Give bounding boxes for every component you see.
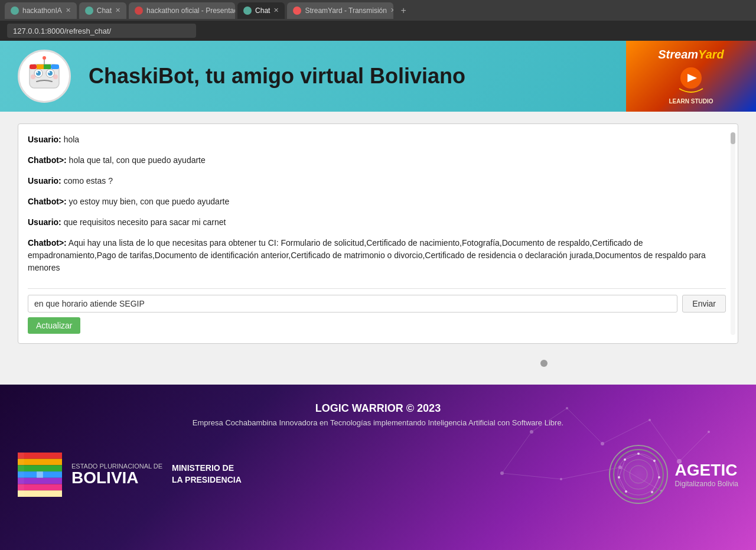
svg-point-8 (43, 56, 46, 60)
sender-label-2: Chatbot>: (28, 155, 67, 165)
svg-rect-39 (18, 458, 62, 465)
refresh-button[interactable]: Actualizar (28, 317, 80, 334)
header-title: ChaskiBot, tu amigo virtual Boliviano (89, 64, 465, 89)
chat-scrollbar[interactable] (731, 132, 735, 335)
svg-rect-12 (30, 64, 37, 69)
svg-rect-38 (18, 453, 62, 459)
svg-rect-45 (18, 453, 24, 497)
browser-chrome: hackathonIA ✕ Chat ✕ hackathon oficial -… (0, 0, 756, 21)
chat-messages-area: Usuario: hola Chatbot>: hola que tal, co… (28, 134, 726, 282)
tab-hackathon-ia[interactable]: hackathonIA ✕ (5, 2, 77, 19)
sender-label-5: Usuario: (28, 217, 61, 227)
svg-point-49 (624, 460, 653, 489)
bolivia-text-group: ESTADO PLURINACIONAL DE BOLIVIA (71, 463, 162, 486)
tab-close-5[interactable]: ✕ (390, 6, 394, 14)
tab-hackathon-oficial[interactable]: hackathon oficial - Presentacion... ✕ (129, 2, 235, 19)
scrollbar-thumb[interactable] (731, 132, 735, 144)
agetic-tagline-label: Digitalizando Bolivia (675, 480, 738, 488)
footer-section: LOGIC WARRIOR © 2023 Empresa Cochabambin… (0, 390, 756, 550)
agetic-circle-svg (612, 448, 665, 501)
learn-studio-label: LEARN STUDIO (669, 98, 713, 105)
svg-rect-43 (18, 484, 62, 490)
chat-divider (28, 288, 726, 289)
bolivia-name-label: BOLIVIA (71, 470, 162, 486)
tab-icon-4 (243, 6, 252, 15)
chat-message-6: Chatbot>: Aqui hay una lista de lo que n… (28, 237, 726, 274)
ministerio-text: MINISTERIO DE LA PRESIDENCIA (172, 463, 242, 486)
svg-point-47 (614, 450, 663, 499)
chat-input-row: Enviar (28, 295, 726, 313)
send-button[interactable]: Enviar (682, 295, 726, 313)
agetic-circle-icon (609, 445, 668, 504)
sender-label-1: Usuario: (28, 135, 61, 144)
svg-point-6 (48, 71, 50, 73)
address-bar (0, 21, 756, 41)
svg-rect-44 (18, 490, 62, 497)
sender-label-6: Chatbot>: (28, 238, 67, 248)
svg-point-5 (37, 71, 38, 73)
chat-message-4: Chatbot>: yo estoy muy bien, con que pue… (28, 196, 726, 208)
svg-rect-46 (37, 471, 43, 478)
footer-subtitle: Empresa Cochabambina Innovadora en Tecno… (193, 418, 563, 427)
svg-rect-40 (18, 465, 62, 471)
streamyard-label: StreamYard (658, 48, 724, 61)
message-text-5: que requisitos necesito para sacar mi ca… (64, 217, 226, 227)
svg-rect-14 (44, 64, 51, 69)
main-area: Usuario: hola Chatbot>: hola que tal, co… (0, 112, 756, 550)
tab-icon-1 (11, 6, 19, 15)
address-input[interactable] (7, 24, 196, 38)
tab-icon-2 (85, 6, 93, 15)
footer-logos-row: ESTADO PLURINACIONAL DE BOLIVIA MINISTER… (18, 445, 738, 504)
tab-close-2[interactable]: ✕ (115, 6, 120, 14)
svg-point-10 (53, 74, 58, 79)
chat-container: Usuario: hola Chatbot>: hola que tal, co… (18, 123, 738, 344)
bot-logo (18, 50, 71, 103)
svg-rect-15 (51, 64, 59, 69)
streamyard-icon (673, 66, 709, 96)
page-header: ChaskiBot, tu amigo virtual Boliviano St… (0, 41, 756, 112)
message-text-3: como estas ? (64, 176, 113, 185)
agetic-name-label: AGETIC (675, 461, 738, 480)
tab-chat-1[interactable]: Chat ✕ (79, 2, 126, 19)
message-text-1: hola (64, 135, 79, 144)
message-text-2: hola que tal, con que puedo ayudarte (69, 155, 206, 165)
chat-message-5: Usuario: que requisitos necesito para sa… (28, 216, 726, 229)
chat-message-2: Chatbot>: hola que tal, con que puedo ay… (28, 154, 726, 167)
bot-avatar-svg (24, 56, 65, 97)
svg-point-9 (31, 74, 35, 79)
bolivia-logo-group: ESTADO PLURINACIONAL DE BOLIVIA MINISTER… (18, 453, 242, 497)
tab-icon-5 (293, 6, 301, 15)
message-text-4: yo estoy muy bien, con que puedo ayudart… (69, 197, 230, 206)
svg-rect-42 (18, 477, 62, 484)
sender-label-3: Usuario: (28, 176, 61, 185)
streamyard-logo-area: StreamYard LEARN STUDIO (626, 41, 756, 112)
tab-icon-3 (135, 6, 143, 15)
svg-point-50 (630, 466, 647, 483)
agetic-logo-group: AGETIC Digitalizando Bolivia (609, 445, 738, 504)
chat-input-field[interactable] (28, 295, 677, 313)
chat-message-3: Usuario: como estas ? (28, 175, 726, 187)
tab-close-1[interactable]: ✕ (66, 6, 71, 14)
cursor-indicator (540, 360, 548, 367)
wiphala-icon (18, 453, 62, 497)
tab-streamyard[interactable]: StreamYard - Transmisión ✕ (287, 2, 393, 19)
tab-close-4[interactable]: ✕ (273, 6, 279, 14)
page-content: ChaskiBot, tu amigo virtual Boliviano St… (0, 41, 756, 550)
message-text-6: Aqui hay una lista de lo que necesitas p… (28, 238, 706, 272)
tab-chat-active[interactable]: Chat ✕ (237, 2, 285, 19)
sender-label-4: Chatbot>: (28, 197, 67, 206)
svg-line-63 (619, 477, 626, 492)
agetic-text-group: AGETIC Digitalizando Bolivia (675, 461, 738, 488)
new-tab-button[interactable]: + (396, 4, 410, 17)
chat-message-1: Usuario: hola (28, 134, 726, 146)
footer-company-name: LOGIC WARRIOR © 2023 (315, 402, 441, 415)
svg-rect-13 (37, 64, 44, 69)
